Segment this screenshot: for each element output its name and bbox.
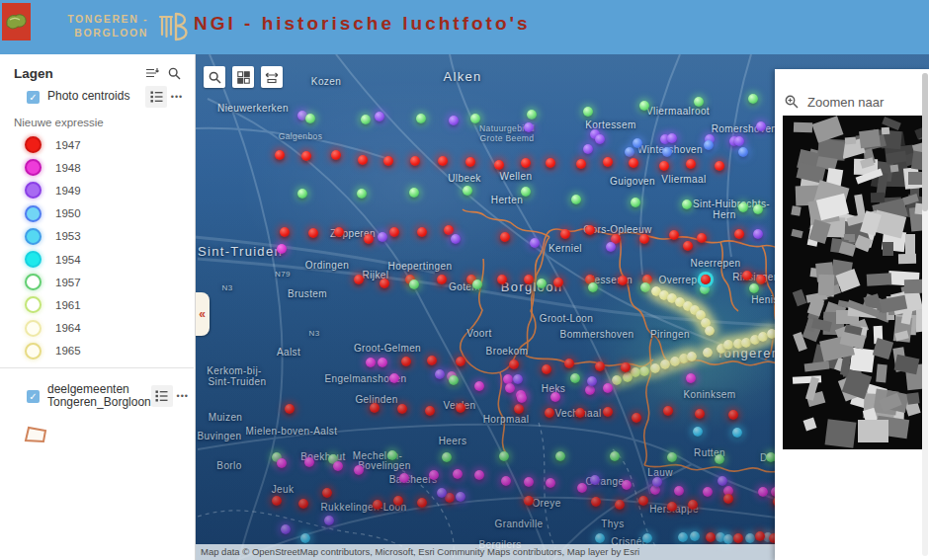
- photo-field-patch: [914, 120, 922, 138]
- photo-field-patch: [873, 338, 893, 360]
- layer-visibility-checkbox[interactable]: ✓: [27, 390, 40, 403]
- legend-list-icon: [150, 91, 163, 103]
- tb-monogram-icon: [158, 11, 192, 42]
- layer-label-line2: Tongeren_Borgloon: [47, 396, 151, 410]
- search-icon: [209, 71, 221, 84]
- legend-item: 1950: [0, 202, 195, 225]
- legend-item: 1948: [0, 156, 195, 179]
- legend-year-label: 1961: [55, 299, 81, 311]
- layer-visibility-checkbox[interactable]: ✓: [27, 91, 40, 104]
- measure-icon: [265, 71, 279, 84]
- chevron-left-icon: «: [199, 307, 206, 321]
- legend-item: 1964: [0, 317, 195, 340]
- legend-swatch: [25, 274, 42, 290]
- legend-year-label: 1949: [55, 185, 81, 197]
- photo-field-patch: [859, 129, 881, 148]
- legend-year-label: 1957: [55, 277, 81, 288]
- layer-options-button[interactable]: •••: [173, 385, 193, 407]
- zoom-to-action[interactable]: Zoomen naar: [775, 89, 919, 115]
- legend-swatch: [25, 343, 42, 360]
- legend-swatch: [25, 251, 42, 268]
- legend-year-label: 1947: [55, 139, 81, 151]
- legend-swatch: [25, 205, 42, 222]
- legend-item: 1954: [0, 248, 195, 271]
- photo-field-patch: [908, 172, 922, 185]
- photo-field-patch: [876, 364, 887, 383]
- legend-swatch: [25, 159, 42, 176]
- zoom-to-label: Zoomen naar: [807, 95, 884, 110]
- panel-collapse-tab[interactable]: «: [195, 292, 210, 336]
- layer-order-button[interactable]: [141, 62, 163, 84]
- photo-field-patch: [791, 229, 802, 238]
- photo-field-patch: [883, 242, 893, 256]
- municipality-shape-icon: [4, 11, 29, 33]
- layer-label: Photo centroids: [47, 90, 145, 104]
- measure-button[interactable]: [261, 66, 283, 88]
- layer-label: deelgemeenten Tongeren_Borgloon: [47, 383, 151, 410]
- layers-panel: Lagen ✓ Photo centroids ••• Nieuwe expre…: [0, 54, 196, 560]
- brand-name: TONGEREN - BORGLOON: [47, 13, 148, 40]
- photo-field-patch: [825, 419, 857, 447]
- layer-search-button[interactable]: [163, 62, 185, 84]
- basemap-gallery-button[interactable]: [232, 66, 254, 88]
- legend-item: 1947: [0, 133, 195, 156]
- photo-field-patch: [898, 254, 916, 264]
- legend-toggle-button[interactable]: [151, 385, 173, 407]
- legend-item: 1965: [0, 340, 195, 362]
- legend-swatch: [25, 136, 42, 153]
- photo-field-patch: [793, 289, 807, 307]
- legend-item: 1949: [0, 179, 195, 201]
- photo-field-patch: [890, 164, 899, 172]
- legend-swatch: [25, 296, 42, 313]
- legend-year-label: 1954: [55, 254, 81, 266]
- photo-field-patch: [791, 205, 801, 215]
- legend-item: 1957: [0, 271, 195, 293]
- photo-field-patch: [854, 194, 866, 215]
- sort-order-icon: [145, 67, 159, 79]
- photo-field-patch: [882, 127, 890, 135]
- layer-item-deelgemeenten[interactable]: ✓ deelgemeenten Tongeren_Borgloon •••: [0, 380, 187, 412]
- photo-field-patch: [858, 420, 888, 442]
- map-toolbar: [204, 66, 283, 88]
- photo-field-patch: [845, 137, 856, 145]
- photo-field-patch: [794, 122, 812, 133]
- legend-item: 1953: [0, 225, 195, 248]
- map-search-button[interactable]: [204, 66, 225, 88]
- legend-toggle-button[interactable]: [145, 86, 167, 108]
- app: { "header": { "brand_line1": "TONGEREN -…: [0, 0, 929, 560]
- brand-line2: BORGLOON: [47, 27, 148, 40]
- legend-list: 1947194819491950195319541957196119641965: [0, 133, 195, 362]
- legend-swatch: [25, 182, 42, 199]
- layer-item-photo-centroids[interactable]: ✓ Photo centroids •••: [0, 85, 187, 109]
- legend-list-icon: [155, 390, 168, 402]
- scrollbar-thumb[interactable]: [922, 73, 928, 211]
- legend-item: 1961: [0, 293, 195, 316]
- legend-year-label: 1948: [55, 162, 81, 174]
- brand-line1: TONGEREN -: [47, 13, 148, 27]
- photo-field-patch: [904, 280, 922, 293]
- photo-field-patch: [804, 361, 830, 372]
- panel-divider: [0, 367, 194, 368]
- layers-panel-title: Lagen: [14, 66, 141, 81]
- layer-label-line1: deelgemeenten: [47, 383, 151, 397]
- municipality-logo: [2, 3, 31, 40]
- photo-field-patch: [867, 273, 892, 285]
- photo-field-patch: [906, 392, 919, 404]
- popup-panel: Zoomen naar: [775, 69, 929, 560]
- layer-options-button[interactable]: •••: [167, 86, 187, 108]
- legend-swatch: [25, 320, 42, 337]
- polygon-legend-swatch: [22, 424, 49, 445]
- legend-year-label: 1953: [55, 230, 81, 242]
- basemap-gallery-icon: [237, 71, 250, 84]
- photo-field-patch: [871, 193, 885, 202]
- search-icon: [168, 67, 181, 80]
- panel-scrollbar: [922, 73, 928, 556]
- photo-field-patch: [818, 275, 835, 296]
- zoom-in-icon: [785, 95, 799, 109]
- aerial-photo-texture: [791, 120, 922, 434]
- legend-swatch: [25, 228, 42, 245]
- app-header: TONGEREN - BORGLOON NGI - historische lu…: [0, 0, 929, 54]
- page-title: NGI - historische luchtfoto's: [194, 13, 531, 35]
- aerial-photo[interactable]: [783, 116, 922, 449]
- expression-label: Nieuwe expressie: [14, 117, 104, 128]
